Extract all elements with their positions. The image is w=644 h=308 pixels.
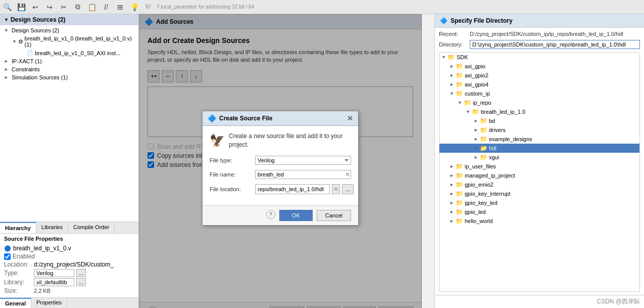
ft-item-hello_world[interactable]: ►📁hello_world	[439, 216, 639, 226]
file-name-input-wrapper: ✕	[255, 170, 351, 179]
ft-item-managed_ip[interactable]: ►📁managed_ip_project	[439, 171, 639, 180]
ft-item-gpio_key_led[interactable]: ►📁gpio_key_led	[439, 198, 639, 207]
close-icon[interactable]: ✕	[347, 114, 353, 122]
file-type-select[interactable]: Verilog VHDL SystemVerilog	[255, 156, 351, 165]
save-icon[interactable]: 💾	[16, 2, 26, 12]
tree-item-breath_inst[interactable]: 📄breath_led_ip_v1_0_S0_AXI inst...	[0, 49, 138, 57]
ft-arrow: ►	[450, 82, 456, 87]
right-header: 🔷 Specify File Directory	[435, 14, 644, 28]
cut-icon[interactable]: ✂	[59, 2, 69, 12]
search-icon[interactable]: 🔍	[2, 2, 12, 12]
ft-item-axi_gpio4[interactable]: ►📁axi_gpio4	[439, 80, 639, 89]
directory-input[interactable]	[470, 40, 640, 49]
expand-icon[interactable]: ⊞	[115, 2, 125, 12]
center-panel: 🔷 Add Sources Add or Create Design Sourc…	[139, 14, 434, 308]
bottom-tab-properties[interactable]: Properties	[31, 298, 67, 308]
ft-item-xgui[interactable]: ►📁xgui	[439, 153, 639, 162]
file-name-clear-icon[interactable]: ✕	[345, 171, 350, 178]
location-browse-btn[interactable]: ...	[342, 184, 354, 194]
paste-icon[interactable]: 📋	[87, 2, 97, 12]
ft-item-ip_user_files[interactable]: ►📁ip_user_files	[439, 162, 639, 171]
ft-item-drivers[interactable]: ►📁drivers	[439, 125, 639, 135]
enabled-checkbox[interactable]	[4, 253, 11, 260]
file-location-value: ✕ ...	[255, 184, 354, 194]
csd-ok-btn[interactable]: OK	[279, 210, 313, 221]
ft-label: hello_world	[465, 218, 493, 224]
tree-area[interactable]: ▼Design Sources (2)▼⚙breath_led_ip_v1_0 …	[0, 25, 138, 222]
ft-folder-icon: 📁	[456, 72, 463, 79]
watermark: CSDN @西岸际	[435, 295, 644, 308]
ft-folder-icon: 📁	[472, 108, 479, 115]
tree-arrow: ►	[4, 75, 10, 80]
tab-libraries[interactable]: Libraries	[36, 222, 68, 233]
csd-cancel-btn[interactable]: Cancel	[317, 210, 351, 221]
ft-label: bd	[489, 118, 495, 124]
ft-item-bd[interactable]: ►📁bd	[439, 116, 639, 125]
file-location-input[interactable]	[255, 184, 330, 194]
comment-icon[interactable]: //	[101, 2, 111, 12]
type-input[interactable]	[34, 269, 74, 277]
library-label: Library:	[4, 279, 32, 286]
ft-item-example_designs[interactable]: ►📁example_designs	[439, 135, 639, 144]
ft-item-sdk[interactable]: ▼📁SDK	[439, 53, 639, 62]
csd-help-btn[interactable]: ?	[266, 210, 275, 219]
type-browse-btn[interactable]: ...	[76, 269, 86, 277]
right-panel: 🔷 Specify File Directory Recent: D:/zynq…	[434, 14, 644, 308]
library-input[interactable]	[34, 278, 74, 286]
bottom-tab-general[interactable]: General	[0, 298, 31, 308]
type-label: Type:	[4, 270, 32, 277]
ft-item-axi_gpio2[interactable]: ►📁axi_gpio2	[439, 71, 639, 80]
tree-item-sim[interactable]: ►Simulation Sources (1)	[0, 73, 138, 81]
ft-item-axi_gpio[interactable]: ►📁axi_gpio	[439, 62, 639, 71]
file-tree[interactable]: ▼📁SDK►📁axi_gpio►📁axi_gpio2►📁axi_gpio4▼📁c…	[439, 52, 640, 292]
file-item: 🔵 breath_led_ip_v1_0.v	[4, 244, 134, 253]
location-value: d:/zynq_project/SDK/custom_	[34, 261, 134, 268]
ft-arrow: ►	[474, 137, 480, 142]
ft-arrow: ►	[450, 191, 456, 196]
tree-item-breath[interactable]: ▼⚙breath_led_ip_v1_0 (breath_led_ip_v1_0…	[0, 34, 138, 49]
props-title: Source File Properties	[4, 236, 134, 242]
size-row: Size: 2.2 KB	[4, 287, 134, 294]
directory-row: Directory:	[439, 40, 640, 49]
ft-arrow: ►	[474, 155, 480, 160]
ft-item-ip_repo[interactable]: ▼📁ip_repo	[439, 98, 639, 107]
ft-item-gpio_key_int[interactable]: ►📁gpio_key_interrupt	[439, 189, 639, 198]
undo-icon[interactable]: ↩	[30, 2, 40, 12]
ft-item-custom_ip[interactable]: ▼📁custom_ip	[439, 89, 639, 98]
tree-arrow: ►	[4, 59, 10, 64]
file-name-value: ✕	[255, 170, 351, 179]
top-toolbar: 🔍 💾 ↩ ↪ ✂ ⧉ 📋 // ⊞ 💡 97 // local_paramet…	[0, 0, 644, 14]
redo-icon[interactable]: ↪	[44, 2, 55, 12]
location-clear-btn[interactable]: ✕	[332, 184, 340, 194]
bulb-icon[interactable]: 💡	[129, 2, 139, 12]
csd-header-title: Create Source File	[219, 115, 272, 122]
library-browse-btn[interactable]: ...	[76, 278, 86, 286]
ft-folder-icon: 📁	[456, 63, 463, 70]
tab-hierarchy[interactable]: Hierarchy	[0, 222, 36, 233]
tree-item-constraints[interactable]: ►Constraints	[0, 65, 138, 73]
props-panel: Source File Properties 🔵 breath_led_ip_v…	[0, 233, 138, 297]
ft-item-gpio_emio2[interactable]: ►📁gpio_emio2	[439, 180, 639, 189]
csd-logo-icon: 🦅	[210, 132, 225, 149]
tree-label: Constraints	[12, 66, 40, 72]
tree-item-ds[interactable]: ▼Design Sources (2)	[0, 26, 138, 34]
copy-icon[interactable]: ⧉	[73, 2, 83, 12]
ft-label: axi_gpio	[465, 63, 485, 69]
tab-compile-order[interactable]: Compile Order	[68, 222, 115, 233]
ft-item-gpio_led[interactable]: ►📁gpio_led	[439, 207, 639, 216]
type-row: Type: ...	[4, 269, 134, 277]
right-header-icon: 🔷	[440, 17, 448, 24]
ft-item-hdl[interactable]: ►📁hdl	[439, 144, 639, 153]
enabled-label: Enabled	[13, 253, 35, 260]
ft-item-breath_led[interactable]: ▼📁breath_led_ip_1.0	[439, 107, 639, 116]
tree-node-icon: 📄	[26, 50, 33, 56]
ft-folder-icon: 📁	[480, 126, 487, 134]
editor-preview: 97 // local_parameter for addressing 32 …	[145, 4, 254, 10]
ft-folder-icon: 📁	[456, 208, 463, 215]
tree-item-ip_xact[interactable]: ►IP-XACT (1)	[0, 57, 138, 65]
ft-arrow: ►	[450, 200, 456, 205]
csd-header-icon: 🔷	[208, 114, 216, 122]
file-name-input[interactable]	[255, 170, 351, 179]
csd-header-left: 🔷 Create Source File	[208, 114, 272, 122]
csd-desc: 🦅 Create a new source file and add it to…	[210, 132, 351, 149]
